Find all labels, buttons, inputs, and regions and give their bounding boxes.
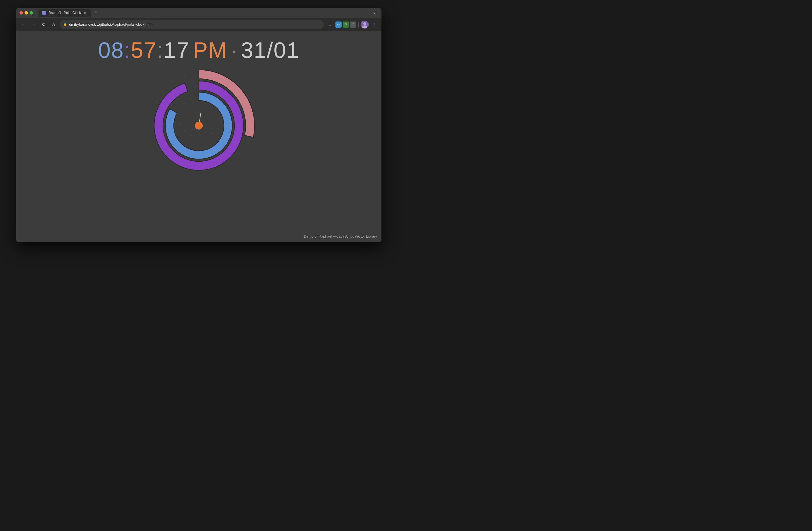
svg-point-56 <box>190 135 191 136</box>
tab-favicon <box>42 11 46 15</box>
svg-point-55 <box>198 137 199 138</box>
clock-time-display: 08 : 57 : 17 PM · 31/01 <box>98 39 300 61</box>
svg-point-21 <box>153 113 154 114</box>
svg-point-13 <box>228 160 229 162</box>
address-text: dmitrybaranovskiy.github.io/raphael/pola… <box>69 22 320 27</box>
svg-point-8 <box>252 106 253 108</box>
time-dot-separator: · <box>231 39 237 61</box>
svg-point-1 <box>363 22 366 25</box>
bookmark-button[interactable]: ☆ <box>326 20 334 28</box>
polar-clock: dots generated below <box>137 64 260 187</box>
svg-point-9 <box>255 119 256 120</box>
center-dot <box>195 122 203 129</box>
time-ampm: PM <box>193 39 227 61</box>
ext-icon-1[interactable]: S2 <box>335 22 342 28</box>
svg-point-7 <box>246 95 248 96</box>
traffic-lights <box>19 11 33 15</box>
tab-close-button[interactable]: ✕ <box>83 11 87 15</box>
time-hours: 08 <box>98 39 124 61</box>
extensions: S2 S ⬡ <box>335 22 356 28</box>
svg-point-57 <box>184 130 186 131</box>
svg-point-53 <box>212 133 213 134</box>
page-footer: Demo of Raphaël —JavaScript Vector Libra… <box>304 234 377 238</box>
time-seconds: 17 <box>164 39 190 61</box>
new-tab-button[interactable]: + <box>92 9 100 17</box>
tab-dropdown-button[interactable]: ▾ <box>372 10 378 17</box>
footer-text: Demo of <box>304 234 319 238</box>
security-icon: 🔒 <box>63 23 67 26</box>
close-button[interactable] <box>19 11 23 15</box>
svg-point-23 <box>162 89 163 91</box>
svg-point-24 <box>172 81 173 82</box>
profile-button[interactable] <box>361 20 368 28</box>
ext-icon-2[interactable]: S <box>343 22 349 28</box>
svg-point-58 <box>180 124 181 125</box>
svg-point-61 <box>184 103 185 104</box>
back-button[interactable]: ← <box>19 20 27 28</box>
forward-button[interactable]: → <box>30 20 38 28</box>
maximize-button[interactable] <box>30 11 33 15</box>
tab-title: Raphaël · Polar Clock <box>48 11 81 15</box>
svg-point-22 <box>156 101 157 102</box>
reload-button[interactable]: ↻ <box>40 20 47 28</box>
toolbar-right: ☆ S2 S ⬡ ⋮ <box>326 20 378 28</box>
address-bar[interactable]: 🔒 dmitrybaranovskiy.github.io/raphael/po… <box>60 20 324 29</box>
toolbar-divider <box>358 22 359 27</box>
svg-point-60 <box>179 109 181 111</box>
footer-link[interactable]: Raphaël <box>318 234 332 238</box>
svg-point-51 <box>220 122 222 123</box>
home-button[interactable]: ⌂ <box>49 20 57 28</box>
time-separator-2: : <box>157 39 163 61</box>
svg-point-54 <box>205 136 206 137</box>
svg-point-52 <box>218 128 219 129</box>
svg-point-25 <box>184 76 185 77</box>
polar-clock-svg: dots generated below <box>137 64 260 187</box>
time-separator-1: : <box>124 39 131 61</box>
address-domain: dmitrybaranovskiy.github.io <box>69 22 113 27</box>
time-minutes: 57 <box>131 39 157 61</box>
page-content: 08 : 57 : 17 PM · 31/01 dots generated b… <box>16 31 381 242</box>
browser-window: Raphaël · Polar Clock ✕ + ▾ ← → ↻ ⌂ 🔒 dm… <box>16 8 381 242</box>
menu-button[interactable]: ⋮ <box>370 20 378 28</box>
time-date: 31/01 <box>241 39 300 61</box>
svg-point-62 <box>190 99 191 100</box>
active-tab[interactable]: Raphaël · Polar Clock ✕ <box>39 9 91 17</box>
svg-point-43 <box>171 106 172 107</box>
tab-bar: Raphaël · Polar Clock ✕ + ▾ <box>39 9 378 17</box>
svg-point-12 <box>239 153 241 154</box>
minimize-button[interactable] <box>25 11 28 15</box>
toolbar: ← → ↻ ⌂ 🔒 dmitrybaranovskiy.github.io/ra… <box>16 18 381 31</box>
address-path: /raphael/polar-clock.html <box>113 22 153 27</box>
svg-point-59 <box>178 117 179 118</box>
ext-icon-3[interactable]: ⬡ <box>350 22 356 28</box>
footer-suffix: —JavaScript Vector Library <box>333 234 377 238</box>
title-bar: Raphaël · Polar Clock ✕ + ▾ <box>16 8 381 18</box>
svg-point-11 <box>248 143 249 144</box>
